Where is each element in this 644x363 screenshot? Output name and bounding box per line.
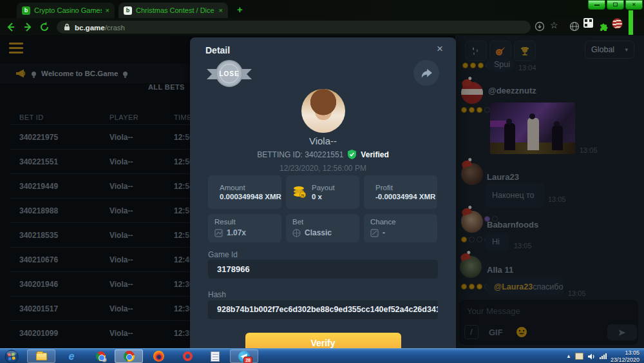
network-signal-icon[interactable]	[600, 353, 607, 359]
betting-id-row: BETTING ID: 340221551 Verified	[190, 150, 456, 159]
install-icon[interactable]	[535, 21, 545, 34]
lose-badge: LOSE	[207, 57, 252, 93]
clock-date: 23/12/2020	[611, 357, 639, 363]
stat-value: -0.00034994 XMR	[375, 193, 435, 201]
restore-button[interactable]	[607, 0, 624, 10]
notepad-icon	[211, 351, 220, 362]
volume-icon[interactable]	[587, 353, 596, 360]
tray-expand-icon[interactable]: ▲	[566, 353, 571, 359]
qr-extension-icon[interactable]	[583, 18, 593, 28]
tab-title: Christmas Contest / Dice Roll Hu	[136, 6, 215, 14]
taskbar-clock[interactable]: 13:05 23/12/2020	[611, 349, 641, 363]
taskbar-chrome-button[interactable]	[115, 349, 143, 363]
bet-timestamp: 12/23/2020, 12:56:00 PM	[190, 164, 456, 173]
taskbar-chromium-button[interactable]	[86, 349, 115, 363]
stat-value: 1.07x	[227, 228, 246, 237]
clock-time: 13:05	[625, 349, 639, 356]
taskbar-telegram-button[interactable]: 28	[230, 349, 258, 363]
forward-button[interactable]	[22, 21, 33, 33]
system-tray: ▲ 13:05 23/12/2020	[566, 349, 641, 363]
graph-icon	[370, 229, 379, 237]
window-controls: ×	[588, 0, 643, 10]
stat-label: Bet	[292, 218, 353, 226]
browser-toolbar: bc.game/crash ☆	[0, 18, 644, 35]
player-avatar[interactable]	[301, 89, 345, 133]
address-bar[interactable]: bc.game/crash	[57, 21, 531, 34]
taskbar-opera-button[interactable]	[173, 349, 202, 363]
stat-value: -	[383, 228, 385, 237]
opera-icon	[183, 351, 193, 361]
modal-title: Detail	[205, 45, 230, 55]
stat-value: 0 x	[312, 193, 335, 201]
folder-icon	[36, 353, 47, 360]
reload-button[interactable]	[39, 21, 50, 33]
bcgame-favicon-icon: b	[124, 6, 132, 15]
stats-row-2: Result 1.07x Bet Classic Chance -	[208, 214, 438, 242]
payout-card: N Payout0 x	[286, 175, 359, 209]
taskbar-internet-explorer-button[interactable]: e	[57, 349, 86, 363]
stat-label: Payout	[312, 184, 335, 191]
tab-close-icon[interactable]: ×	[219, 6, 223, 14]
lock-icon	[64, 23, 70, 31]
telegram-icon: 28	[238, 351, 250, 362]
bet-card: Bet Classic	[286, 214, 359, 242]
taskbar-explorer-button[interactable]	[27, 349, 55, 363]
taskbar-firefox-button[interactable]	[144, 349, 173, 363]
notification-badge: 28	[243, 357, 252, 363]
stats-row-1: $ Amount0.000349948 XMR N Payout0 x $ Pr…	[208, 175, 438, 209]
hash-field[interactable]: 928b74b1b002f7ec6d302be88c9ed355cc140ef5…	[208, 300, 438, 319]
browser-profile-avatar[interactable]	[612, 18, 623, 29]
url-path: /crash	[105, 24, 125, 32]
bet-detail-modal: Detail × LOSE Viola-- BETTING ID: 340221…	[190, 37, 456, 348]
bookmark-star-icon[interactable]: ☆	[550, 20, 558, 30]
game-id-field[interactable]: 3178966	[208, 260, 438, 279]
windows-taskbar: e 28 ▲ 13:05 23/12/2020	[0, 348, 644, 363]
windows-orb-icon	[5, 349, 19, 363]
coins-stack-icon: N	[292, 186, 307, 199]
extensions-puzzle-icon[interactable]	[599, 21, 609, 34]
internet-explorer-icon: e	[69, 351, 75, 362]
close-button[interactable]: ×	[625, 0, 643, 10]
firefox-icon	[153, 351, 164, 362]
graph-icon	[214, 229, 223, 237]
verified-shield-icon	[348, 150, 356, 159]
gear-icon	[102, 357, 107, 362]
taskbar-notepad-button[interactable]	[201, 349, 229, 363]
stat-value: Classic	[305, 228, 332, 237]
browser-tab-christmas-contest[interactable]: b Christmas Contest / Dice Roll Hu ×	[118, 3, 228, 18]
ball-icon	[292, 229, 301, 237]
share-arrow-icon	[420, 68, 433, 79]
modal-close-icon[interactable]: ×	[437, 43, 443, 55]
game-id-label: Game Id	[208, 250, 238, 259]
back-button[interactable]	[5, 21, 17, 33]
amount-card: $ Amount0.000349948 XMR	[208, 175, 281, 209]
minimize-button[interactable]	[588, 0, 605, 10]
stat-label: Result	[214, 218, 275, 226]
player-username: Viola--	[190, 135, 456, 146]
new-tab-button[interactable]: +	[237, 4, 243, 15]
window-border-artifact	[629, 10, 633, 35]
start-button[interactable]	[4, 349, 19, 363]
profit-card: $ Profit-0.00034994 XMR	[364, 175, 437, 209]
url-host: bc.game	[75, 24, 105, 32]
browser-tabstrip: b Crypto Casino Games - The 16 B × b Chr…	[0, 0, 644, 18]
verify-button[interactable]: Verify	[245, 333, 401, 348]
bcgame-page: Welcome to BC.Game ALL BETS BET ID PLAYE…	[0, 35, 644, 348]
hash-label: Hash	[208, 290, 226, 299]
tab-title: Crypto Casino Games - The 16 B	[34, 6, 102, 14]
verified-label: Verified	[361, 150, 388, 159]
chrome-icon	[124, 351, 135, 362]
svg-text:N: N	[301, 193, 304, 197]
stat-label: Chance	[370, 218, 431, 226]
stat-label: Profit	[375, 184, 435, 191]
chromium-icon	[96, 351, 106, 361]
desktop-screen: b Crypto Casino Games - The 16 B × b Chr…	[0, 0, 644, 363]
share-button[interactable]	[413, 60, 439, 86]
stat-label: Amount	[220, 184, 281, 191]
result-card: Result 1.07x	[208, 214, 281, 242]
language-bar-icon[interactable]	[575, 353, 583, 360]
tab-close-icon[interactable]: ×	[106, 6, 109, 14]
globe-extension-icon[interactable]	[569, 21, 580, 34]
stat-value: 0.000349948 XMR	[220, 193, 281, 201]
browser-tab-crypto-casino[interactable]: b Crypto Casino Games - The 16 B ×	[17, 3, 115, 18]
